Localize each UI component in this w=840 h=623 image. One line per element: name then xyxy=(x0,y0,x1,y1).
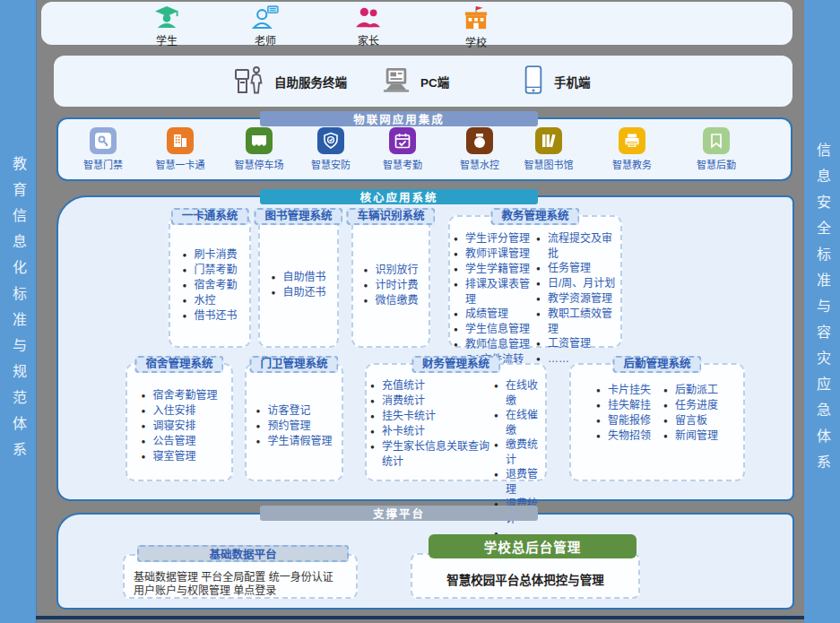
system-box-academic: 教务管理系统 学生评分管理教师评课管理学生学籍管理排课及课表管理成绩管理学生信息… xyxy=(448,215,622,348)
system-list-item: 排课及课表管理 xyxy=(454,277,534,307)
system-list-item: 学生学籍管理 xyxy=(454,262,534,277)
eduaffairs-icon xyxy=(619,127,645,154)
system-box-logistics: 后勤管理系统 卡片挂失挂失解挂智能报修失物招领后勤派工任务进度留言板新闻管理 xyxy=(569,363,745,481)
attendance-icon xyxy=(389,127,416,154)
system-list-item: 日/周、月计划 xyxy=(536,276,617,291)
iot-item: 智慧门禁 xyxy=(64,127,143,171)
terminal-label: 自助服务终端 xyxy=(274,73,347,91)
system-item-list: 宿舍考勤管理入住安排调寝安排公告管理寝室管理 xyxy=(141,388,217,464)
system-box-title: 后勤管理系统 xyxy=(612,356,701,373)
system-list-item: 流程提交及审批 xyxy=(536,231,617,261)
system-list-item: 在线收缴 xyxy=(494,378,541,408)
phone-icon xyxy=(522,65,545,99)
system-list-item: 自助还书 xyxy=(271,285,325,300)
system-list-item: 任务管理 xyxy=(536,261,617,276)
user-label: 学生 xyxy=(156,32,178,48)
system-list-item: 失物招领 xyxy=(596,428,651,444)
school-admin-box: 智慧校园平台总体把控与管理 xyxy=(411,553,640,599)
school-icon xyxy=(463,5,489,34)
system-list-item: 门禁考勤 xyxy=(182,263,237,278)
iot-label: 智慧考勤 xyxy=(383,157,422,171)
iot-item: 智慧考勤 xyxy=(363,127,442,171)
system-list-item: 识别放行 xyxy=(363,263,418,278)
system-list-item: 在线催缴 xyxy=(494,408,541,437)
user-label: 学校 xyxy=(465,34,487,49)
system-list-item: 学生评分管理 xyxy=(454,231,534,247)
terminal-item: PC端 xyxy=(381,56,449,107)
left-standards-label: 教育信息化标准与规范体系 xyxy=(0,156,36,468)
system-box-dorm: 宿舍管理系统 宿舍考勤管理入住安排调寝安排公告管理寝室管理 xyxy=(126,363,233,481)
system-list-item: 后勤派工 xyxy=(663,383,718,398)
system-box-card: 一卡通系统 刷卡消费门禁考勤宿舍考勤水控借书还书 xyxy=(169,215,251,348)
system-list-item: 访客登记 xyxy=(255,403,332,419)
system-box-title: 教务管理系统 xyxy=(490,208,579,225)
system-list-item: 宿舍考勤管理 xyxy=(141,388,217,403)
system-box-body: 识别放行计时计费微信缴费 xyxy=(353,217,429,346)
system-list-item: 计时计费 xyxy=(363,278,418,293)
bottom-divider xyxy=(36,616,804,619)
iot-item: 智慧一卡通 xyxy=(141,127,220,171)
iot-item: 智慧停车场 xyxy=(220,127,299,171)
system-list-item: 学生信息管理 xyxy=(454,322,534,337)
terminal-item: 自助服务终端 xyxy=(233,56,347,107)
system-box-body: 自助借书自助还书 xyxy=(260,217,337,346)
system-list-item: 学生家长信息关联查询统计 xyxy=(370,439,492,469)
base-data-line1: 基础数据管理 平台全局配置 统一身份认证 xyxy=(134,571,356,584)
pc-icon xyxy=(381,66,411,97)
iot-label: 智慧安防 xyxy=(311,157,351,171)
system-item-list: 卡片挂失挂失解挂智能报修失物招领 xyxy=(596,383,651,444)
terminal-label: 手机端 xyxy=(554,73,591,91)
system-box-vehicle: 车辆识别系统 识别放行计时计费微信缴费 xyxy=(351,215,430,348)
left-standards-bar: 教育信息化标准与规范体系 xyxy=(0,0,37,623)
system-item-list: 学生评分管理教师评课管理学生学籍管理排课及课表管理成绩管理学生信息管理教师信息管… xyxy=(454,231,534,368)
system-list-item: 借书还书 xyxy=(182,308,237,324)
system-box-body: 刷卡消费门禁考勤宿舍考勤水控借书还书 xyxy=(170,217,249,346)
system-box-title: 财务管理系统 xyxy=(411,356,500,373)
base-data-platform-title: 基础数据平台 xyxy=(137,545,349,562)
system-item-list: 充值统计消费统计挂失卡统计补卡统计学生家长信息关联查询统计 xyxy=(370,378,492,469)
system-list-item: 任务进度 xyxy=(663,398,718,413)
user-item: 老师 xyxy=(229,5,301,48)
system-item-list: 访客登记预约管理学生请假管理 xyxy=(255,403,332,449)
system-list-item: 挂失解挂 xyxy=(596,398,651,413)
iot-label: 智慧门禁 xyxy=(83,157,123,171)
iot-item: 智慧后勤 xyxy=(677,127,756,171)
iot-label: 智慧教务 xyxy=(612,157,652,171)
school-admin-title: 学校总后台管理 xyxy=(429,534,636,558)
system-list-item: 留言板 xyxy=(663,413,718,428)
system-item-list: 自助借书自助还书 xyxy=(271,270,325,300)
system-list-item: 水控 xyxy=(182,293,237,308)
system-box-title: 宿舍管理系统 xyxy=(134,356,223,373)
system-list-item: 寝室管理 xyxy=(141,449,217,464)
base-data-line2: 用户账户与权限管理 单点登录 xyxy=(134,584,356,598)
iot-label: 智慧图书馆 xyxy=(524,157,574,171)
users-panel: 学生 老师 家长 学校 xyxy=(41,2,792,45)
system-list-item: 工资管理 xyxy=(536,336,617,351)
terminals-panel: 自助服务终端 PC端 手机端 xyxy=(54,56,792,107)
system-list-item: 教职工绩效管理 xyxy=(536,307,617,336)
system-box-finance: 财务管理系统 充值统计消费统计挂失卡统计补卡统计学生家长信息关联查询统计在线收缴… xyxy=(365,363,547,481)
support-banner: 支撑平台 xyxy=(260,506,538,521)
terminal-label: PC端 xyxy=(420,73,449,91)
system-box-gate: 门卫管理系统 访客登记预约管理学生请假管理 xyxy=(245,363,343,481)
system-list-item: 智能报修 xyxy=(596,413,651,428)
system-box-body: 学生评分管理教师评课管理学生学籍管理排课及课表管理成绩管理学生信息管理教师信息管… xyxy=(450,217,620,346)
library-icon xyxy=(535,127,562,154)
kiosk-icon xyxy=(233,64,265,100)
system-list-item: 新闻管理 xyxy=(663,428,718,444)
iot-label: 智慧水控 xyxy=(460,157,499,171)
right-security-bar: 信息安全标准与容灾应急体系 xyxy=(804,0,840,623)
iot-label: 智慧后勤 xyxy=(697,157,736,171)
system-list-item: 消费统计 xyxy=(370,394,492,409)
system-box-title: 一卡通系统 xyxy=(171,208,249,225)
system-list-item: 微信缴费 xyxy=(363,293,418,308)
system-box-body: 充值统计消费统计挂失卡统计补卡统计学生家长信息关联查询统计在线收缴在线催缴缴费统… xyxy=(367,365,545,480)
onecard-icon xyxy=(167,127,194,154)
user-label: 老师 xyxy=(255,32,276,48)
right-security-label: 信息安全标准与容灾应急体系 xyxy=(804,143,840,480)
iot-item: 智慧图书馆 xyxy=(509,127,588,171)
user-item: 家长 xyxy=(333,5,404,48)
system-item-list: 流程提交及审批任务管理日/周、月计划教学资源管理教职工绩效管理工资管理…… xyxy=(536,231,617,367)
system-list-item: 自助借书 xyxy=(271,270,325,285)
access-control-icon xyxy=(90,127,117,154)
